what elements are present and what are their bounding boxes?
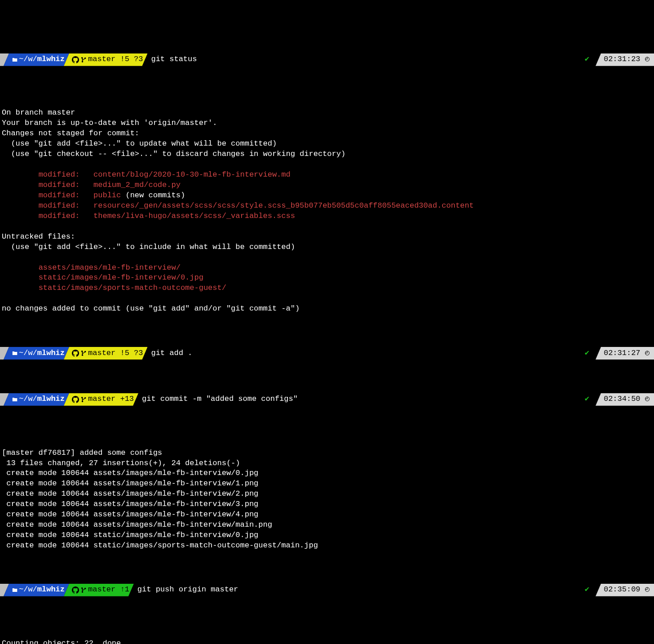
time-segment: 02:31:27: [596, 347, 654, 360]
github-icon: [72, 56, 79, 63]
folder-icon: [12, 396, 18, 403]
branch-segment: master !5 ?3: [64, 53, 147, 66]
branch-segment: master !5 ?3: [64, 347, 147, 360]
branch-text: master ↑1: [88, 585, 129, 595]
folder-icon: [12, 586, 18, 594]
path-name: mlwhiz: [37, 394, 65, 404]
status-branch: On branch master: [2, 108, 75, 117]
status-hint-add: (use "git add <file>..." to update what …: [2, 139, 277, 148]
path-segment: ~/w/mlwhiz: [4, 584, 69, 596]
github-icon: [72, 396, 79, 403]
branch-icon: [81, 586, 87, 594]
command-text[interactable]: git add .: [151, 348, 192, 359]
modified-file: modified: resources/_gen/assets/scss/scs…: [2, 201, 474, 210]
folder-icon: [12, 56, 18, 63]
path-prefix: ~/w/: [19, 54, 37, 65]
git-push-output: Counting objects: 22, done. Delta compre…: [0, 628, 654, 644]
create-mode: create mode 100644 static/images/mle-fb-…: [2, 531, 258, 539]
timestamp: 02:34:50: [604, 394, 641, 404]
prompt-line-2: ~/w/mlwhiz master !5 ?3 git add . ✔ 02:3…: [0, 347, 654, 360]
status-footer: no changes added to commit (use "git add…: [2, 304, 300, 313]
modified-file: modified: medium_2_md/code.py: [2, 181, 181, 189]
time-segment: 02:34:50: [596, 393, 654, 406]
untracked-hdr: Untracked files:: [2, 232, 75, 241]
timestamp: 02:31:23: [604, 54, 641, 65]
folder-icon: [12, 350, 18, 357]
path-segment: ~/w/mlwhiz: [4, 53, 69, 66]
modified-note: (new commits): [121, 191, 185, 200]
branch-text: master +13: [88, 394, 134, 404]
create-mode: create mode 100644 static/images/sports-…: [2, 541, 318, 550]
untracked-file: static/images/mle-fb-interview/0.jpg: [2, 273, 203, 282]
create-mode: create mode 100644 assets/images/mle-fb-…: [2, 469, 258, 477]
status-changes-hdr: Changes not staged for commit:: [2, 129, 139, 138]
commit-stats: 13 files changed, 27 insertions(+), 24 d…: [2, 459, 240, 467]
branch-text: master !5 ?3: [88, 348, 143, 359]
command-text[interactable]: git commit -m "added some configs": [142, 394, 298, 404]
status-uptodate: Your branch is up-to-date with 'origin/m…: [2, 119, 217, 127]
modified-file: modified: public: [2, 191, 121, 200]
prompt-line-1: ~/w/mlwhiz master !5 ?3 git status ✔ 02:…: [0, 53, 654, 66]
timestamp: 02:31:27: [604, 348, 641, 359]
command-text[interactable]: git push origin master: [137, 585, 238, 595]
timestamp: 02:35:09: [604, 585, 641, 595]
modified-file: modified: themes/liva-hugo/assets/scss/_…: [2, 212, 295, 220]
check-icon: ✔: [585, 348, 589, 359]
untracked-file: assets/images/mle-fb-interview/: [2, 263, 181, 272]
modified-file: modified: content/blog/2020-10-30-mle-fb…: [2, 170, 291, 179]
check-icon: ✔: [585, 394, 589, 404]
prompt-line-4: ~/w/mlwhiz master ↑1 git push origin mas…: [0, 584, 654, 596]
path-prefix: ~/w/: [19, 585, 37, 595]
time-segment: 02:35:09: [596, 584, 654, 596]
branch-icon: [81, 350, 87, 357]
create-mode: create mode 100644 assets/images/mle-fb-…: [2, 510, 258, 519]
prompt-line-3: ~/w/mlwhiz master +13 git commit -m "add…: [0, 393, 654, 406]
check-icon: ✔: [585, 585, 589, 595]
path-segment: ~/w/mlwhiz: [4, 393, 69, 406]
branch-text: master !5 ?3: [88, 54, 143, 65]
create-mode: create mode 100644 assets/images/mle-fb-…: [2, 520, 272, 529]
branch-icon: [81, 396, 87, 403]
time-segment: 02:31:23: [596, 53, 654, 66]
path-name: mlwhiz: [37, 348, 65, 359]
github-icon: [72, 350, 79, 357]
path-prefix: ~/w/: [19, 348, 37, 359]
push-line: Counting objects: 22, done.: [2, 639, 125, 644]
create-mode: create mode 100644 assets/images/mle-fb-…: [2, 479, 258, 488]
git-commit-output: [master df76817] added some configs 13 f…: [0, 438, 654, 551]
command-text[interactable]: git status: [151, 54, 197, 65]
path-prefix: ~/w/: [19, 394, 37, 404]
create-mode: create mode 100644 assets/images/mle-fb-…: [2, 500, 258, 508]
branch-segment: master ↑1: [64, 584, 134, 596]
path-name: mlwhiz: [37, 54, 65, 65]
github-icon: [72, 586, 79, 594]
check-icon: ✔: [585, 54, 589, 65]
create-mode: create mode 100644 assets/images/mle-fb-…: [2, 489, 258, 498]
path-name: mlwhiz: [37, 585, 65, 595]
git-status-output: On branch master Your branch is up-to-da…: [0, 98, 654, 315]
status-hint-checkout: (use "git checkout -- <file>..." to disc…: [2, 150, 345, 158]
branch-segment: master +13: [64, 393, 138, 406]
commit-summary: [master df76817] added some configs: [2, 449, 162, 457]
untracked-hint: (use "git add <file>..." to include in w…: [2, 243, 295, 251]
path-segment: ~/w/mlwhiz: [4, 347, 69, 360]
untracked-file: static/images/sports-match-outcome-guest…: [2, 284, 226, 292]
branch-icon: [81, 56, 87, 63]
